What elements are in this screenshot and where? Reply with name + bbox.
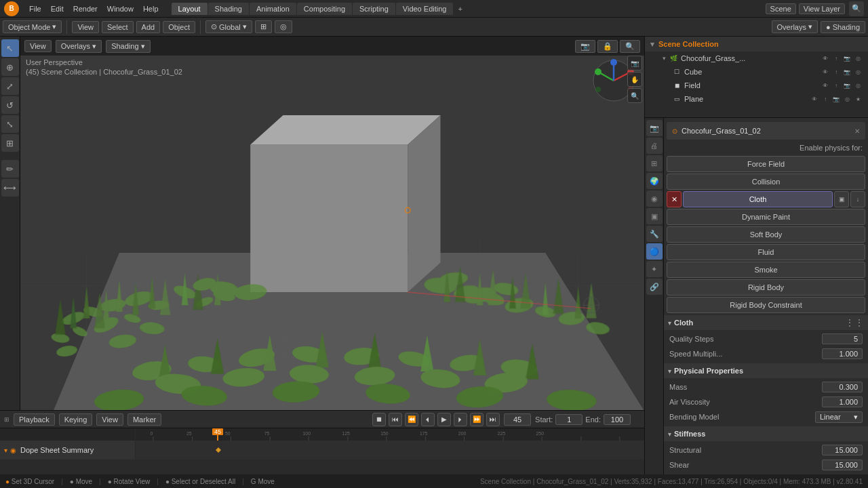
tab-layout[interactable]: Layout xyxy=(172,3,208,15)
viewport-3d[interactable]: View Overlays ▾ Shading ▾ 📷 🔒 🔍 User Per… xyxy=(20,37,644,410)
tab-compositing[interactable]: Compositing xyxy=(297,3,352,15)
viewport-view-menu[interactable]: View xyxy=(24,40,52,52)
rigid-body-button[interactable]: Rigid Body xyxy=(667,279,865,296)
play-forward-button[interactable]: ▶ xyxy=(437,413,451,426)
viewport-lock-toggle[interactable]: 🔒 xyxy=(597,40,618,53)
plane-star-icon[interactable]: ★ xyxy=(853,94,863,104)
structural-value[interactable]: 15.000 xyxy=(822,445,863,455)
menu-edit[interactable]: Edit xyxy=(46,3,68,14)
world-props-icon[interactable]: ◉ xyxy=(646,190,663,207)
fast-forward-button[interactable]: ⏩ xyxy=(470,413,484,426)
cube-up-icon[interactable]: ↑ xyxy=(831,67,841,77)
view-menu[interactable]: View xyxy=(72,21,99,33)
quality-steps-value[interactable]: 5 xyxy=(822,333,863,344)
field-up-icon[interactable]: ↑ xyxy=(831,81,841,90)
stop-button[interactable]: ⏹ xyxy=(372,413,386,426)
air-viscosity-value[interactable]: 1.000 xyxy=(822,396,863,407)
transform-tool[interactable]: ⊞ xyxy=(1,134,19,152)
viewport-camera-toggle[interactable]: 📷 xyxy=(575,40,595,53)
fluid-button[interactable]: Fluid xyxy=(667,244,865,260)
end-value[interactable]: 100 xyxy=(604,414,631,425)
field-circle-icon[interactable]: ◎ xyxy=(853,81,863,90)
object-selector-row[interactable]: ⊙ Chocofur_Grass_01_02 ✕ xyxy=(667,122,865,140)
play-back-button[interactable]: ⏴ xyxy=(421,413,435,426)
object-menu[interactable]: Object xyxy=(163,21,195,33)
speed-multiplier-value[interactable]: 1.000 xyxy=(822,348,863,359)
cloth-remove-button[interactable]: ✕ xyxy=(667,191,682,207)
annotate-tool[interactable]: ✏ xyxy=(1,160,19,178)
cube-circle-icon[interactable]: ◎ xyxy=(853,67,863,77)
zoom-button[interactable]: 🔍 xyxy=(627,88,642,103)
eye-icon[interactable]: 👁 xyxy=(821,54,830,63)
proportional-edit[interactable]: ◎ xyxy=(275,20,292,33)
mass-value[interactable]: 0.300 xyxy=(822,382,863,392)
step-forward-button[interactable]: ⏵ xyxy=(454,413,467,426)
add-workspace-button[interactable]: + xyxy=(453,3,467,15)
keying-menu[interactable]: Keying xyxy=(59,413,93,426)
timeline-view-menu[interactable]: View xyxy=(96,413,123,426)
field-cam-icon[interactable]: 📷 xyxy=(842,81,852,90)
object-selector-close[interactable]: ✕ xyxy=(854,127,860,135)
marker-menu[interactable]: Marker xyxy=(127,413,161,426)
step-back-button[interactable]: ⏪ xyxy=(405,413,418,426)
cube-eye-icon[interactable]: 👁 xyxy=(821,67,830,77)
field-eye-icon[interactable]: 👁 xyxy=(821,81,830,90)
particles-props-icon[interactable]: ✦ xyxy=(646,261,663,277)
cam-icon[interactable]: 📷 xyxy=(842,54,852,63)
add-menu[interactable]: Add xyxy=(136,21,161,33)
current-frame-display[interactable]: 45 xyxy=(504,413,531,426)
pivot-dropdown[interactable]: ⊙ Global ▾ xyxy=(205,20,252,33)
plane-eye-icon[interactable]: 👁 xyxy=(810,94,819,104)
viewport-overlay-toggle[interactable]: Overlays ▾ xyxy=(56,40,102,53)
tab-video-editing[interactable]: Video Editing xyxy=(396,3,454,15)
smoke-button[interactable]: Smoke xyxy=(667,262,865,278)
start-value[interactable]: 1 xyxy=(555,414,583,425)
jump-start-button[interactable]: ⏮ xyxy=(389,413,402,426)
tab-shading[interactable]: Shading xyxy=(208,3,249,15)
circle-icon[interactable]: ◎ xyxy=(853,54,863,63)
cloth-icon1[interactable]: ▣ xyxy=(834,191,849,207)
tab-animation[interactable]: Animation xyxy=(250,3,296,15)
view-layer-props-icon[interactable]: ⊞ xyxy=(646,155,663,171)
select-tool[interactable]: ↖ xyxy=(1,39,19,57)
dope-sheet-label-row[interactable]: ▾ ◉ Dope Sheet Summary xyxy=(0,441,135,460)
cloth-section-dots[interactable]: ⋮⋮ xyxy=(845,317,864,328)
collision-button[interactable]: Collision xyxy=(667,174,865,190)
force-field-button[interactable]: Force Field xyxy=(667,156,865,172)
dynamic-paint-button[interactable]: Dynamic Paint xyxy=(667,209,865,225)
cloth-button[interactable]: Cloth xyxy=(683,191,833,207)
move-tool[interactable]: ⤢ xyxy=(1,77,19,95)
plane-circle-icon[interactable]: ◎ xyxy=(842,94,852,104)
snap-toggle[interactable]: ⊞ xyxy=(255,20,272,33)
modifier-props-icon[interactable]: 🔧 xyxy=(646,226,663,242)
outliner-item-field[interactable]: ◼ Field 👁 ↑ 📷 ◎ xyxy=(645,79,868,92)
viewport-shading-dropdown[interactable]: Shading ▾ xyxy=(106,40,150,53)
cloth-section-header[interactable]: ▾ Cloth ⋮⋮ xyxy=(664,315,868,330)
output-props-icon[interactable]: 🖨 xyxy=(646,138,663,154)
playback-menu[interactable]: Playback xyxy=(14,413,55,426)
select-menu[interactable]: Select xyxy=(102,21,134,33)
outliner-item-cube[interactable]: ☐ Cube 👁 ↑ 📷 ◎ xyxy=(645,65,868,79)
tab-scripting[interactable]: Scripting xyxy=(353,3,395,15)
menu-render[interactable]: Render xyxy=(68,3,102,14)
soft-body-button[interactable]: Soft Body xyxy=(667,226,865,243)
mode-dropdown[interactable]: Object Mode ▾ xyxy=(3,20,62,33)
object-props-icon[interactable]: ▣ xyxy=(646,208,663,224)
scene-selector[interactable]: Scene xyxy=(766,3,796,14)
shear-value[interactable]: 15.000 xyxy=(822,460,863,470)
menu-help[interactable]: Help xyxy=(138,3,163,14)
plane-up-icon[interactable]: ↑ xyxy=(821,94,830,104)
menu-window[interactable]: Window xyxy=(102,3,138,14)
plane-cam-icon[interactable]: 📷 xyxy=(831,94,841,104)
cloth-icon2[interactable]: ↓ xyxy=(850,191,865,207)
viewport-view-3d[interactable]: 🔍 xyxy=(620,40,640,53)
jump-end-button[interactable]: ⏭ xyxy=(486,413,500,426)
rigid-body-constraint-button[interactable]: Rigid Body Constraint xyxy=(667,297,865,313)
outliner-item-plane[interactable]: ▭ Plane 👁 ↑ 📷 ◎ ★ xyxy=(645,92,868,106)
measure-tool[interactable]: ⟷ xyxy=(1,179,19,197)
constraints-props-icon[interactable]: 🔗 xyxy=(646,279,663,295)
cursor-tool[interactable]: ⊕ xyxy=(1,58,19,76)
scale-tool[interactable]: ⤡ xyxy=(1,115,19,133)
hand-button[interactable]: ✋ xyxy=(627,72,642,87)
scene-props-icon[interactable]: 🌍 xyxy=(646,173,663,189)
